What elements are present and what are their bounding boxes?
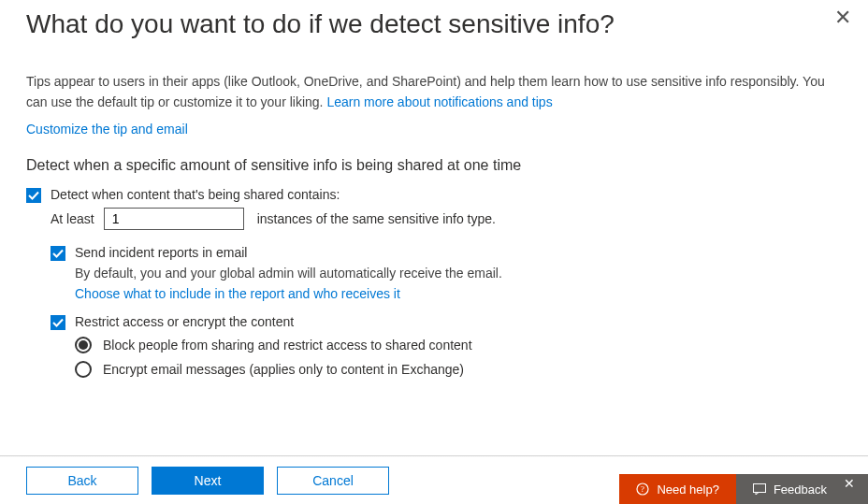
restrict-label: Restrict access or encrypt the content bbox=[75, 314, 294, 329]
incident-config-link[interactable]: Choose what to include in the report and… bbox=[75, 286, 400, 301]
help-icon: ? bbox=[636, 482, 649, 496]
svg-rect-0 bbox=[26, 188, 41, 203]
incident-desc: By default, you and your global admin wi… bbox=[75, 266, 842, 281]
radio-encrypt-label: Encrypt email messages (applies only to … bbox=[103, 362, 464, 377]
footer-buttons: Back Next Cancel bbox=[26, 467, 389, 495]
svg-rect-2 bbox=[51, 315, 65, 330]
section-heading: Detect when a specific amount of sensiti… bbox=[26, 157, 842, 174]
wizard-page: ✕ What do you want to do if we detect se… bbox=[0, 0, 868, 504]
customize-tip-link[interactable]: Customize the tip and email bbox=[26, 122, 188, 137]
detect-checkbox[interactable] bbox=[26, 188, 41, 203]
footer-bar: Back Next Cancel ? Need help? Feedback ✕ bbox=[0, 455, 868, 504]
back-button[interactable]: Back bbox=[26, 467, 138, 495]
content-area: What do you want to do if we detect sens… bbox=[0, 0, 868, 378]
detect-label: Detect when content that's being shared … bbox=[51, 187, 340, 202]
next-button[interactable]: Next bbox=[152, 467, 264, 495]
feedback-button[interactable]: Feedback ✕ bbox=[736, 474, 868, 504]
incident-label: Send incident reports in email bbox=[75, 245, 247, 260]
cancel-button[interactable]: Cancel bbox=[277, 467, 389, 495]
incident-checkbox[interactable] bbox=[51, 246, 65, 261]
at-least-label: At least bbox=[51, 211, 94, 226]
footer-right: ? Need help? Feedback ✕ bbox=[619, 474, 868, 504]
radio-block-label: Block people from sharing and restrict a… bbox=[103, 338, 472, 353]
svg-rect-1 bbox=[51, 246, 65, 261]
page-title: What do you want to do if we detect sens… bbox=[26, 9, 842, 39]
feedback-close-icon[interactable]: ✕ bbox=[844, 476, 855, 491]
at-least-suffix: instances of the same sensitive info typ… bbox=[257, 211, 496, 226]
svg-text:?: ? bbox=[641, 484, 644, 494]
restrict-checkbox[interactable] bbox=[51, 315, 65, 330]
need-help-label: Need help? bbox=[657, 482, 719, 497]
close-icon[interactable]: ✕ bbox=[834, 7, 851, 28]
svg-rect-5 bbox=[753, 484, 765, 493]
feedback-icon bbox=[753, 483, 766, 495]
need-help-button[interactable]: ? Need help? bbox=[619, 474, 736, 504]
radio-encrypt-row[interactable]: Encrypt email messages (applies only to … bbox=[75, 361, 842, 378]
at-least-input[interactable] bbox=[104, 208, 244, 230]
tips-text: Tips appear to users in their apps (like… bbox=[26, 72, 842, 112]
at-least-row: At least instances of the same sensitive… bbox=[51, 208, 842, 230]
radio-block-row[interactable]: Block people from sharing and restrict a… bbox=[75, 337, 842, 353]
radio-block[interactable] bbox=[75, 337, 92, 353]
learn-more-link[interactable]: Learn more about notifications and tips bbox=[326, 94, 552, 109]
feedback-label: Feedback bbox=[774, 482, 827, 497]
radio-encrypt[interactable] bbox=[75, 361, 92, 378]
